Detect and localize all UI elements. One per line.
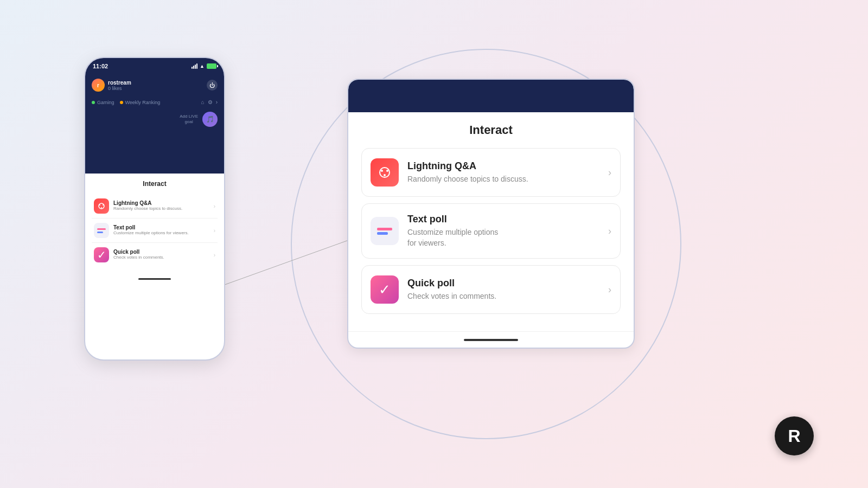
phone-status-bar: 11:02 ▲ xyxy=(85,58,224,74)
zoomed-lightning-chevron: › xyxy=(608,167,611,178)
phone-nav: Gaming Weekly Ranking ⌂ ⚙ › xyxy=(85,96,224,108)
wifi-icon: ▲ xyxy=(200,63,205,69)
phone-quickpoll-desc: Check votes in comments. xyxy=(113,255,209,260)
phone-home-indicator xyxy=(85,273,224,284)
zoomed-home-indicator xyxy=(348,331,634,348)
poll-line-1 xyxy=(97,228,106,230)
phone-menu-lightning[interactable]: Lightning Q&A Randomly choose topics to … xyxy=(92,194,218,219)
phone-quickpoll-title: Quick poll xyxy=(113,249,209,255)
signal-icon xyxy=(192,63,197,69)
svg-point-7 xyxy=(381,170,383,172)
phone-nav-gaming-label: Gaming xyxy=(97,100,114,105)
zoomed-lightning-title: Lightning Q&A xyxy=(407,160,599,172)
gaming-dot xyxy=(92,101,95,104)
phone-nav-ranking[interactable]: Weekly Ranking xyxy=(120,100,161,105)
phone-quickpoll-chevron: › xyxy=(214,252,215,258)
phone-header: r rostream 0 likes ⏻ xyxy=(85,74,224,96)
zoomed-content: Interact Lightning Q&A Randomly choose t… xyxy=(348,112,634,331)
phone-status-icons: ▲ xyxy=(192,63,216,69)
svg-point-3 xyxy=(99,204,100,206)
poll-line-2 xyxy=(97,232,103,233)
ranking-dot xyxy=(120,101,123,104)
zoomed-home-bar xyxy=(464,339,518,341)
phone-menu-quickpoll[interactable]: ✓ Quick poll Check votes in comments. › xyxy=(92,243,218,267)
phone-nav-ranking-label: Weekly Ranking xyxy=(125,100,161,105)
phone-quickpoll-text: Quick poll Check votes in comments. xyxy=(113,249,209,260)
phone-username: rostream xyxy=(108,80,131,86)
rostream-logo-badge: R xyxy=(775,416,814,455)
phone-lightning-chevron: › xyxy=(214,203,215,209)
svg-point-5 xyxy=(101,207,102,208)
live-avatar: 🎵 xyxy=(202,112,218,127)
check-icon: ✓ xyxy=(97,248,106,261)
phone-menu-textpoll[interactable]: Text poll Customize multiple options for… xyxy=(92,219,218,243)
signal-bar-3 xyxy=(195,65,196,69)
share-icon: › xyxy=(216,99,218,105)
svg-point-9 xyxy=(384,174,386,176)
zoomed-lightning-icon xyxy=(371,158,399,187)
phone-mockup: 11:02 ▲ r rostream 0 likes xyxy=(84,57,225,361)
zoomed-poll-line-2 xyxy=(377,232,388,235)
phone-bottom-sheet: Interact Lightning Q&A Randomly choose t… xyxy=(85,174,224,273)
zoomed-header xyxy=(348,80,634,112)
zoomed-quickpoll-desc: Check votes in comments. xyxy=(407,291,599,302)
phone-likes: 0 likes xyxy=(108,86,131,91)
zoomed-poll-line-1 xyxy=(377,228,392,230)
phone-time: 11:02 xyxy=(93,63,108,69)
zoomed-textpoll-desc: Customize multiple optionsfor viewers. xyxy=(407,227,599,248)
phone-user-details: rostream 0 likes xyxy=(108,80,131,91)
zoomed-textpoll-text: Text poll Customize multiple optionsfor … xyxy=(407,214,599,248)
phone-user-info: r rostream 0 likes xyxy=(92,79,131,92)
phone-sheet-title: Interact xyxy=(92,180,218,188)
phone-quickpoll-icon: ✓ xyxy=(94,247,109,262)
phone-textpoll-icon xyxy=(94,223,109,238)
settings-icon: ⚙ xyxy=(208,99,213,105)
phone-live-area: Add LIVEgoal 🎵 xyxy=(85,108,224,130)
zoomed-quickpoll-title: Quick poll xyxy=(407,278,599,289)
phone-textpoll-chevron: › xyxy=(214,228,215,234)
zoomed-lightning-desc: Randomly choose topics to discuss. xyxy=(407,174,599,185)
add-live-button[interactable]: Add LIVEgoal xyxy=(180,114,198,124)
zoomed-textpoll-item[interactable]: Text poll Customize multiple optionsfor … xyxy=(361,203,621,259)
signal-bar-4 xyxy=(196,63,197,69)
zoomed-textpoll-icon xyxy=(371,217,399,245)
phone-nav-icons: ⌂ ⚙ › xyxy=(201,99,218,105)
phone-dark-area xyxy=(85,130,224,174)
zoomed-lightning-item[interactable]: Lightning Q&A Randomly choose topics to … xyxy=(361,148,621,197)
phone-lightning-icon xyxy=(94,198,109,214)
zoomed-quickpoll-text: Quick poll Check votes in comments. xyxy=(407,278,599,302)
home-icon: ⌂ xyxy=(201,99,205,105)
phone-power-button[interactable]: ⏻ xyxy=(207,80,218,91)
svg-point-4 xyxy=(103,204,104,206)
battery-icon xyxy=(207,63,216,69)
phone-textpoll-desc: Customize multiple options for viewers. xyxy=(113,230,209,236)
phone-frame: 11:02 ▲ r rostream 0 likes xyxy=(84,57,225,361)
zoomed-textpoll-title: Text poll xyxy=(407,214,599,225)
zoomed-quickpoll-chevron: › xyxy=(608,284,611,296)
phone-lightning-desc: Randomly choose topics to discuss. xyxy=(113,206,209,211)
phone-textpoll-title: Text poll xyxy=(113,224,209,230)
zoomed-poll-lines xyxy=(377,228,392,235)
zoomed-textpoll-chevron: › xyxy=(608,226,611,237)
zoomed-panel: Interact Lightning Q&A Randomly choose t… xyxy=(347,79,635,349)
phone-lightning-text: Lightning Q&A Randomly choose topics to … xyxy=(113,200,209,211)
zoomed-lightning-text: Lightning Q&A Randomly choose topics to … xyxy=(407,160,599,185)
poll-lines-icon xyxy=(97,228,106,233)
signal-bar-1 xyxy=(192,67,193,69)
zoomed-quickpoll-icon: ✓ xyxy=(371,275,399,304)
phone-avatar: r xyxy=(92,79,105,92)
phone-textpoll-text: Text poll Customize multiple options for… xyxy=(113,224,209,236)
phone-home-bar xyxy=(138,278,171,280)
zoomed-check-icon: ✓ xyxy=(379,281,391,298)
svg-point-8 xyxy=(386,170,388,172)
zoomed-title: Interact xyxy=(361,123,621,137)
logo-letter: R xyxy=(788,426,800,446)
phone-lightning-title: Lightning Q&A xyxy=(113,200,209,206)
signal-bar-2 xyxy=(193,66,194,69)
phone-nav-gaming[interactable]: Gaming xyxy=(92,100,114,105)
zoomed-quickpoll-item[interactable]: ✓ Quick poll Check votes in comments. › xyxy=(361,265,621,314)
